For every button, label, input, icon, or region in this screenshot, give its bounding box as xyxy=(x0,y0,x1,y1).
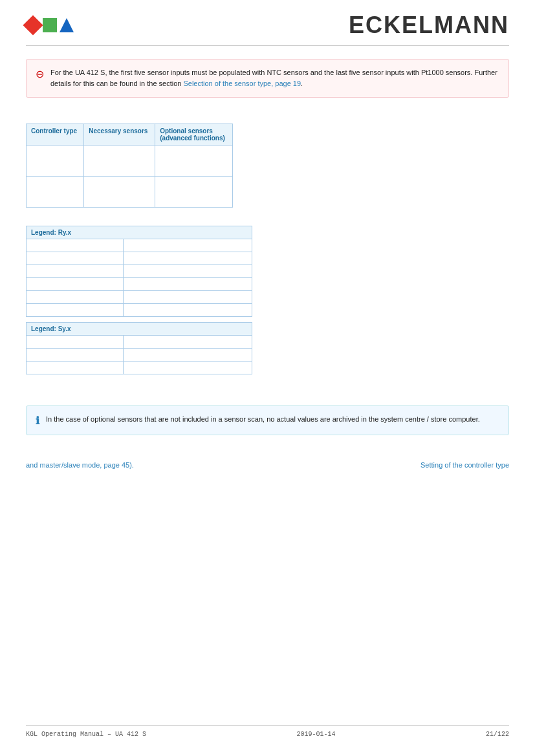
main-content: Controller type Necessary sensors Option… xyxy=(0,111,535,386)
legend-sy-section: Legend: Sy.x xyxy=(26,322,509,374)
legend-row xyxy=(27,362,252,374)
legend-row xyxy=(27,336,252,349)
footer-center: 2019-01-14 xyxy=(297,731,336,738)
table-cell xyxy=(84,177,155,208)
controller-type-table: Controller type Necessary sensors Option… xyxy=(26,124,233,208)
page-footer: KGL Operating Manual – UA 412 S 2019-01-… xyxy=(26,725,509,738)
legend-sy-table: Legend: Sy.x xyxy=(26,322,252,374)
legend-cell xyxy=(124,278,252,291)
info-box: ℹ In the case of optional sensors that a… xyxy=(26,405,509,435)
table-cell xyxy=(27,146,84,177)
col-header-controller-type: Controller type xyxy=(27,124,84,146)
col-header-optional-sensors: Optional sensors(advanced functions) xyxy=(155,124,233,146)
legend-cell xyxy=(124,291,252,304)
legend-row xyxy=(27,239,252,252)
table-cell xyxy=(27,177,84,208)
col-header-necessary-sensors: Necessary sensors xyxy=(84,124,155,146)
legend-sy-header: Legend: Sy.x xyxy=(27,323,252,336)
legend-cell xyxy=(124,239,252,252)
legend-row xyxy=(27,291,252,304)
warning-icon: ⊖ xyxy=(36,68,44,80)
legend-cell xyxy=(27,291,124,304)
legend-row xyxy=(27,349,252,362)
table-cell xyxy=(84,146,155,177)
legend-cell xyxy=(27,349,124,362)
logo-red-diamond xyxy=(23,15,43,35)
legend-cell xyxy=(124,304,252,317)
controller-type-link[interactable]: Setting of the controller type xyxy=(420,461,509,469)
info-icon: ℹ xyxy=(36,415,39,427)
logo-blue-triangle xyxy=(60,18,74,32)
legend-cell xyxy=(124,265,252,278)
legend-ry-table: Legend: Ry.x xyxy=(26,226,252,317)
info-text: In the case of optional sensors that are… xyxy=(46,414,480,425)
legend-cell xyxy=(27,304,124,317)
legend-cell xyxy=(27,336,124,349)
logo-green-square xyxy=(43,18,57,32)
header-divider xyxy=(26,45,509,46)
brand-title: ECKELMANN xyxy=(349,12,509,39)
footer-right: 21/122 xyxy=(486,731,509,738)
legend-cell xyxy=(124,252,252,265)
legend-cell xyxy=(124,336,252,349)
legend-ry-section: Legend: Ry.x xyxy=(26,226,509,317)
legend-row xyxy=(27,278,252,291)
legend-cell xyxy=(27,252,124,265)
master-slave-link[interactable]: and master/slave mode, page 45). xyxy=(26,461,134,469)
legend-cell xyxy=(124,362,252,374)
legend-cell xyxy=(124,349,252,362)
legend-row xyxy=(27,304,252,317)
table-row xyxy=(27,177,233,208)
sensor-type-link[interactable]: Selection of the sensor type, page 19 xyxy=(183,80,301,87)
table-row xyxy=(27,146,233,177)
footer-links: and master/slave mode, page 45). Setting… xyxy=(0,448,535,469)
warning-box: ⊖ For the UA 412 S, the first five senso… xyxy=(26,59,509,98)
legend-cell xyxy=(27,239,124,252)
warning-text: For the UA 412 S, the first five sensor … xyxy=(50,67,498,89)
footer-left: KGL Operating Manual – UA 412 S xyxy=(26,731,146,738)
legend-row xyxy=(27,252,252,265)
legend-ry-header: Legend: Ry.x xyxy=(27,226,252,239)
legend-cell xyxy=(27,265,124,278)
table-cell xyxy=(155,146,233,177)
legend-cell xyxy=(27,278,124,291)
logo xyxy=(26,18,74,32)
legend-cell xyxy=(27,362,124,374)
table-cell xyxy=(155,177,233,208)
legend-row xyxy=(27,265,252,278)
page-header: ECKELMANN xyxy=(0,0,535,45)
